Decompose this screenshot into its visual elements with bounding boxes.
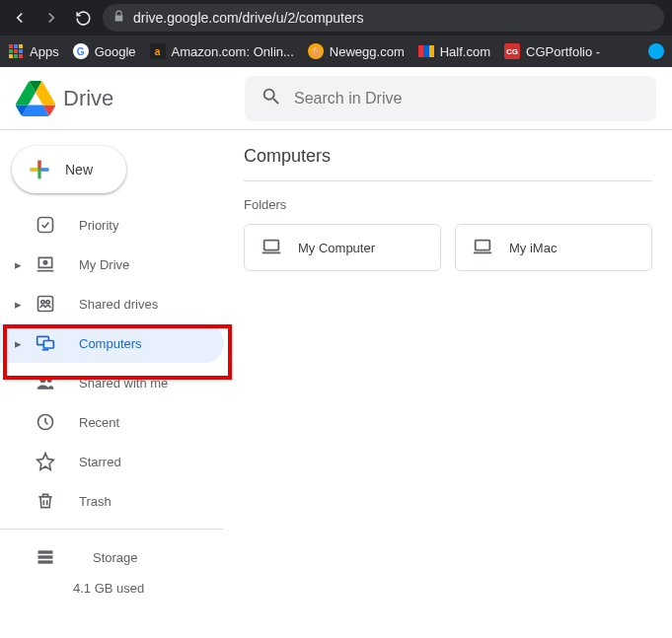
new-button-label: New xyxy=(65,162,93,177)
chevron-right-icon[interactable]: ▸ xyxy=(12,257,24,272)
sidebar: New Priority ▸ My Drive ▸ Shared drives … xyxy=(0,130,224,596)
svg-rect-18 xyxy=(43,341,53,349)
sidebar-item-label: Starred xyxy=(79,455,121,469)
sidebar-item-priority[interactable]: Priority xyxy=(0,205,224,245)
bookmark-label: Apps xyxy=(30,44,59,59)
google-icon: G xyxy=(73,43,89,59)
extra-icon: 🌐 xyxy=(648,43,664,59)
svg-point-13 xyxy=(43,261,46,264)
page-title: Computers xyxy=(244,146,652,181)
content-area: Computers Folders My Computer My iMac xyxy=(224,130,672,596)
svg-rect-11 xyxy=(429,45,434,57)
amazon-icon: a xyxy=(150,43,166,59)
svg-point-16 xyxy=(46,301,49,304)
plus-icon xyxy=(26,156,53,183)
svg-point-15 xyxy=(41,301,44,304)
svg-rect-25 xyxy=(264,240,279,249)
bookmark-google[interactable]: G Google xyxy=(73,43,136,59)
svg-rect-7 xyxy=(14,54,18,58)
sidebar-item-label: Shared with me xyxy=(79,376,168,390)
back-button[interactable] xyxy=(8,6,32,30)
chevron-right-icon[interactable]: ▸ xyxy=(12,297,24,312)
svg-rect-3 xyxy=(9,49,13,53)
svg-rect-24 xyxy=(38,560,53,563)
computers-icon xyxy=(34,331,57,355)
folders-section-label: Folders xyxy=(244,197,652,212)
newegg-icon: 🥚 xyxy=(308,43,324,59)
bookmark-extra[interactable]: 🌐 xyxy=(648,43,664,59)
folder-label: My Computer xyxy=(298,241,375,255)
sidebar-item-trash[interactable]: Trash xyxy=(0,481,224,521)
my-drive-icon xyxy=(34,252,57,276)
chevron-right-icon[interactable]: ▸ xyxy=(12,336,24,351)
svg-point-20 xyxy=(47,378,52,383)
sidebar-item-label: Recent xyxy=(79,415,119,430)
svg-rect-9 xyxy=(418,45,423,57)
trash-icon xyxy=(34,489,57,513)
sidebar-item-shared-drives[interactable]: ▸ Shared drives xyxy=(0,284,224,323)
bookmark-label: CGPortfolio - xyxy=(526,44,600,59)
starred-icon xyxy=(34,450,57,473)
sidebar-item-label: My Drive xyxy=(79,257,129,272)
svg-rect-8 xyxy=(19,54,23,58)
sidebar-item-label: Priority xyxy=(79,218,118,233)
bookmark-apps[interactable]: Apps xyxy=(8,43,59,59)
drive-header: Drive xyxy=(0,67,672,130)
sidebar-item-my-drive[interactable]: ▸ My Drive xyxy=(0,245,224,284)
svg-rect-4 xyxy=(14,49,18,53)
bookmark-half[interactable]: Half.com xyxy=(418,43,490,59)
sidebar-item-label: Shared drives xyxy=(79,297,158,312)
sidebar-item-computers[interactable]: ▸ Computers xyxy=(0,323,224,363)
browser-toolbar: drive.google.com/drive/u/2/computers xyxy=(0,0,672,35)
search-input[interactable] xyxy=(294,90,640,107)
bookmark-cgportfolio[interactable]: CG CGPortfolio - xyxy=(504,43,600,59)
forward-button[interactable] xyxy=(39,6,63,30)
svg-rect-2 xyxy=(19,44,23,48)
svg-rect-1 xyxy=(14,44,18,48)
recent-icon xyxy=(34,410,57,434)
svg-rect-22 xyxy=(38,550,53,553)
drive-logo-icon xyxy=(16,81,55,116)
svg-rect-26 xyxy=(476,240,490,249)
svg-rect-14 xyxy=(38,297,53,312)
shared-drives-icon xyxy=(34,292,57,316)
address-bar[interactable]: drive.google.com/drive/u/2/computers xyxy=(103,4,664,32)
sidebar-item-starred[interactable]: Starred xyxy=(0,442,224,481)
lock-icon xyxy=(112,10,125,26)
priority-icon xyxy=(34,213,57,237)
storage-label: Storage xyxy=(93,550,138,565)
shared-with-me-icon xyxy=(34,371,57,394)
sidebar-item-storage[interactable]: Storage xyxy=(0,537,224,577)
cg-icon: CG xyxy=(504,43,520,59)
bookmark-label: Google xyxy=(95,44,136,59)
svg-point-19 xyxy=(39,376,46,383)
divider xyxy=(0,529,224,530)
drive-logo[interactable]: Drive xyxy=(16,81,233,116)
new-button[interactable]: New xyxy=(12,146,126,193)
svg-rect-12 xyxy=(38,218,53,233)
svg-rect-10 xyxy=(423,45,429,57)
folder-card[interactable]: My Computer xyxy=(244,224,441,271)
storage-used-text: 4.1 GB used xyxy=(0,581,224,596)
sidebar-item-recent[interactable]: Recent xyxy=(0,402,224,442)
search-icon xyxy=(261,86,282,111)
bookmark-amazon[interactable]: a Amazon.com: Onlin... xyxy=(150,43,294,59)
apps-icon xyxy=(8,43,24,59)
sidebar-item-shared-with-me[interactable]: Shared with me xyxy=(0,363,224,402)
bookmark-newegg[interactable]: 🥚 Newegg.com xyxy=(308,43,405,59)
svg-rect-0 xyxy=(9,44,13,48)
search-box[interactable] xyxy=(245,76,656,121)
half-icon xyxy=(418,43,434,59)
sidebar-item-label: Trash xyxy=(79,494,112,509)
app-name: Drive xyxy=(63,86,113,111)
sidebar-item-label: Computers xyxy=(79,336,142,351)
reload-button[interactable] xyxy=(71,6,95,30)
url-text: drive.google.com/drive/u/2/computers xyxy=(133,10,363,26)
svg-rect-23 xyxy=(38,555,53,558)
storage-icon xyxy=(34,545,57,569)
laptop-icon xyxy=(261,236,282,260)
folder-card[interactable]: My iMac xyxy=(455,224,652,271)
folder-label: My iMac xyxy=(509,241,557,255)
svg-rect-6 xyxy=(9,54,13,58)
bookmark-label: Newegg.com xyxy=(330,44,405,59)
